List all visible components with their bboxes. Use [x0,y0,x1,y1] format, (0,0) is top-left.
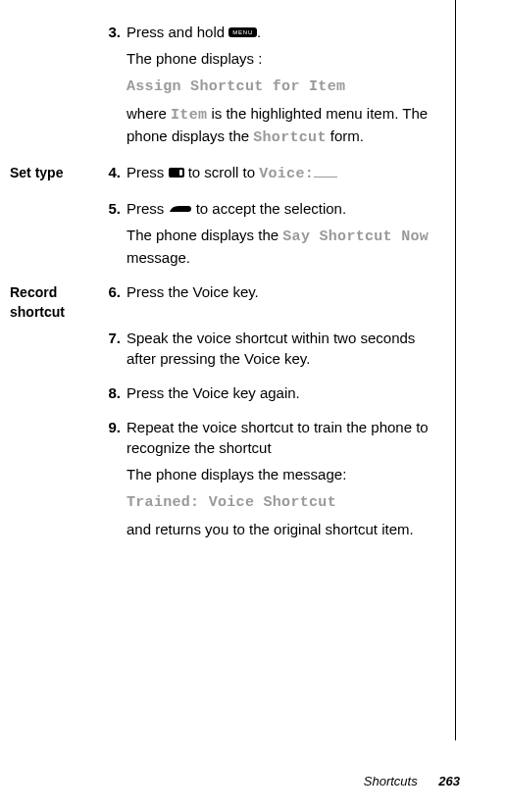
step-line: Press the Voice key. [127,281,448,302]
step-line: The phone displays the Say Shortcut Now … [127,225,448,268]
step-line: Press the Voice key again. [127,382,448,403]
vertical-rule [455,0,456,740]
lcd-text: : [305,166,314,182]
step-line: where Item is the highlighted menu item.… [127,103,448,148]
step-body: Press to scroll to Voice: [127,162,448,184]
footer-section: Shortcuts [364,774,418,788]
step-content: 5.Press to accept the selection.The phon… [103,198,460,276]
step-number: 4. [103,162,127,184]
step-body: Speak the voice shortcut within two seco… [127,328,448,369]
step-body: Press and hold MENU.The phone displays :… [127,22,448,148]
scroll-key-icon [169,168,184,178]
step-line: and returns you to the original shortcut… [127,519,448,539]
blank-field [314,177,337,178]
step-line: The phone displays : [127,48,448,69]
step-line: Press to accept the selection. [127,198,448,219]
menu-key-icon: MENU [228,27,257,37]
step-line: Press and hold MENU. [127,22,448,42]
step-number: 3. [103,22,127,148]
step-number: 5. [103,198,127,268]
lcd-text: Voice [259,166,305,182]
lcd-text: Say Shortcut Now [282,228,429,245]
step-line: Press to scroll to Voice: [127,162,448,184]
instruction-row: 7.Speak the voice shortcut within two se… [10,328,460,377]
footer: Shortcuts 263 [364,773,460,790]
step-line: The phone displays the message: [127,464,448,484]
lcd-text: Assign Shortcut for Item [127,78,345,95]
step-content: 6.Press the Voice key. [103,281,460,322]
instruction-row: 3.Press and hold MENU.The phone displays… [10,22,460,156]
step-body: Press the Voice key again. [127,382,448,403]
step-body: Press the Voice key. [127,281,448,302]
instruction-row: Record shortcut6.Press the Voice key. [10,281,460,322]
step-number: 8. [103,382,127,403]
step-line: Assign Shortcut for Item [127,75,448,97]
instruction-row: 9.Repeat the voice shortcut to train the… [10,417,460,547]
step-content: 8.Press the Voice key again. [103,382,460,411]
step-content: 4.Press to scroll to Voice: [103,162,460,192]
lcd-text: Shortcut [253,129,326,146]
send-key-icon [169,204,192,214]
step-number: 6. [103,281,127,302]
side-label [10,328,103,377]
side-label [10,382,103,411]
step-content: 9.Repeat the voice shortcut to train the… [103,417,460,547]
instruction-row: Set type4.Press to scroll to Voice: [10,162,460,192]
side-label [10,417,103,547]
step-number: 7. [103,328,127,369]
side-label [10,198,103,276]
step-content: 7.Speak the voice shortcut within two se… [103,328,460,377]
instruction-row: 8.Press the Voice key again. [10,382,460,411]
lcd-text: Trained: Voice Shortcut [127,494,336,511]
step-number: 9. [103,417,127,539]
side-label: Set type [10,162,103,192]
lcd-text: Item [171,107,207,124]
step-content: 3.Press and hold MENU.The phone displays… [103,22,460,156]
instruction-row: 5.Press to accept the selection.The phon… [10,198,460,276]
step-body: Repeat the voice shortcut to train the p… [127,417,448,539]
page: 3.Press and hold MENU.The phone displays… [0,0,507,812]
step-line: Repeat the voice shortcut to train the p… [127,417,448,458]
side-label [10,22,103,156]
step-body: Press to accept the selection.The phone … [127,198,448,268]
side-label: Record shortcut [10,281,103,322]
step-line: Trained: Voice Shortcut [127,490,448,513]
step-line: Speak the voice shortcut within two seco… [127,328,448,369]
footer-page-number: 263 [438,774,460,788]
